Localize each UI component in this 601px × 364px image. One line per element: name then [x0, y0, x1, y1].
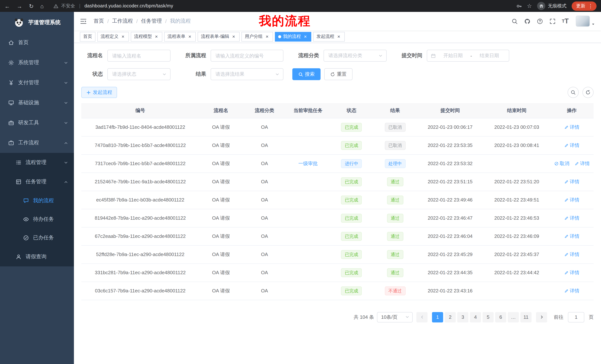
page-button[interactable]: 6	[495, 312, 506, 322]
sidebar-item-done-tasks[interactable]: 已办任务	[0, 229, 74, 247]
cancel-icon	[554, 161, 559, 166]
detail-link[interactable]: 详情	[564, 215, 580, 221]
tab-item[interactable]: 我的流程×	[275, 32, 311, 41]
detail-link[interactable]: 详情	[564, 196, 580, 203]
update-button[interactable]: 更新 ⋮	[572, 1, 597, 10]
detail-link[interactable]: 详情	[564, 287, 580, 294]
edit-icon	[564, 270, 569, 275]
breadcrumb-item[interactable]: 首页	[94, 18, 104, 25]
tab-item[interactable]: 流程表单-编辑×	[198, 32, 240, 41]
create-process-button[interactable]: 发起流程	[81, 87, 117, 98]
breadcrumb-item[interactable]: 任务管理	[141, 18, 162, 25]
tab-item[interactable]: 首页	[80, 32, 95, 41]
sidebar-item-system-management[interactable]: 系统管理	[0, 53, 74, 73]
security-label[interactable]: 不安全	[61, 3, 75, 9]
close-icon[interactable]: ×	[154, 34, 159, 39]
sidebar: 芋道管理系统 首页系统管理支付管理基础设施研发工具工作流程流程管理任务管理我的流…	[0, 12, 74, 364]
tab-item[interactable]: 流程定义×	[97, 32, 129, 41]
pagination-ellipsis[interactable]: …	[508, 312, 519, 322]
page-button[interactable]: 2	[445, 312, 456, 322]
user-avatar[interactable]	[576, 16, 595, 27]
page-button[interactable]: 5	[482, 312, 494, 322]
sidebar-item-task-management[interactable]: 任务管理	[0, 172, 74, 192]
browser-back-button[interactable]: ←	[4, 3, 10, 9]
close-icon[interactable]: ×	[120, 34, 126, 39]
app-logo-row[interactable]: 芋道管理系统	[0, 12, 74, 33]
fullscreen-icon[interactable]	[549, 18, 555, 24]
detail-link[interactable]: 详情	[564, 142, 580, 149]
page-button[interactable]: 1	[432, 312, 443, 322]
address-bar[interactable]: 不安全 | dashboard.yudao.iocoder.cn/bpm/tas…	[53, 3, 173, 9]
font-size-icon[interactable]: TT	[562, 18, 569, 25]
search-button[interactable]: 搜索	[292, 68, 321, 80]
result-select[interactable]: 请选择流结果	[210, 68, 283, 80]
category-select[interactable]: 请选择流程分类	[323, 50, 387, 62]
help-icon[interactable]	[537, 18, 543, 24]
sidebar-item-payment-management[interactable]: 支付管理	[0, 73, 74, 93]
url-text[interactable]: dashboard.yudao.iocoder.cn/bpm/task/my	[84, 3, 173, 9]
detail-link[interactable]: 详情	[574, 160, 590, 167]
detail-link[interactable]: 详情	[564, 251, 580, 258]
reset-button[interactable]: 重置	[324, 68, 352, 80]
bookmark-star-icon[interactable]: ☆	[527, 3, 532, 9]
table-row: 819442e8-7b9a-11ec-a290-acde48001122OA 请…	[81, 209, 594, 227]
close-icon[interactable]: ×	[187, 34, 192, 39]
status-select[interactable]: 请选择状态	[107, 68, 170, 80]
sidebar-item-infrastructure[interactable]: 基础设施	[0, 93, 74, 113]
prev-page-button[interactable]	[416, 312, 428, 322]
page-size-select[interactable]: 10条/页	[377, 312, 413, 322]
tab-item[interactable]: 流程模型×	[131, 32, 162, 41]
incognito-badge[interactable]: 无痕模式	[537, 2, 566, 10]
process-def-input[interactable]	[210, 50, 283, 62]
close-icon[interactable]: ×	[264, 34, 270, 39]
browser-home-button[interactable]: ⌂	[40, 3, 44, 9]
edit-icon	[564, 198, 569, 202]
refresh-table-button[interactable]	[582, 87, 594, 98]
tab-label: 用户分组	[245, 33, 263, 40]
close-icon[interactable]: ×	[336, 34, 341, 39]
key-icon[interactable]	[516, 3, 522, 9]
search-icon[interactable]	[511, 18, 518, 24]
submit-time-range-picker[interactable]: 开始日期 - 结束日期	[427, 50, 509, 62]
current-task-link[interactable]: 一级审批	[298, 161, 318, 166]
status-badge: 已完成	[341, 213, 362, 222]
page-button[interactable]: 4	[470, 312, 481, 322]
detail-link[interactable]: 详情	[564, 269, 580, 276]
cancel-link[interactable]: 取消	[554, 160, 569, 167]
detail-link[interactable]: 详情	[564, 233, 580, 239]
sidebar-item-leave-query[interactable]: 请假查询	[0, 247, 74, 266]
table-row: 3ad174fb-7b9d-11ec-8404-acde48001122OA 请…	[81, 118, 594, 136]
close-icon[interactable]: ×	[303, 34, 308, 39]
close-icon[interactable]: ×	[231, 34, 236, 39]
tab-item[interactable]: 发起流程×	[313, 32, 345, 41]
hamburger-icon[interactable]	[80, 18, 87, 25]
sidebar-item-my-process[interactable]: 我的流程	[0, 192, 74, 210]
column-header: 提交时间	[417, 103, 483, 118]
sidebar-item-workflow[interactable]: 工作流程	[0, 133, 74, 153]
sidebar-item-home[interactable]: 首页	[0, 33, 74, 53]
tab-item[interactable]: 用户分组×	[241, 32, 273, 41]
next-page-button[interactable]	[536, 312, 547, 322]
process-name-input[interactable]	[107, 50, 170, 62]
browser-reload-button[interactable]: ↻	[29, 3, 34, 9]
page-button[interactable]: 3	[457, 312, 468, 322]
sidebar-item-process-management[interactable]: 流程管理	[0, 153, 74, 172]
status-select-placeholder: 请选择状态	[112, 71, 162, 77]
refresh-icon	[585, 90, 591, 95]
cell-submit-time: 2022-01-22 23:46:04	[417, 227, 483, 245]
detail-link[interactable]: 详情	[564, 124, 580, 130]
show-search-button[interactable]	[568, 87, 579, 98]
page-button[interactable]: 11	[521, 312, 531, 322]
tab-item[interactable]: 流程表单×	[164, 32, 196, 41]
address-divider: |	[79, 3, 80, 9]
github-icon[interactable]	[524, 18, 530, 24]
sidebar-item-todo-tasks[interactable]: 待办任务	[0, 210, 74, 229]
detail-link[interactable]: 详情	[564, 178, 580, 185]
sidebar-item-devtools[interactable]: 研发工具	[0, 113, 74, 133]
process-name-label: 流程名	[81, 52, 103, 59]
cell-category: OA	[243, 172, 286, 191]
breadcrumb-item[interactable]: 工作流程	[112, 18, 133, 25]
browser-forward-button[interactable]: →	[17, 3, 22, 9]
goto-page-input[interactable]	[568, 312, 584, 322]
kebab-menu-icon[interactable]: ⋮	[588, 3, 593, 9]
